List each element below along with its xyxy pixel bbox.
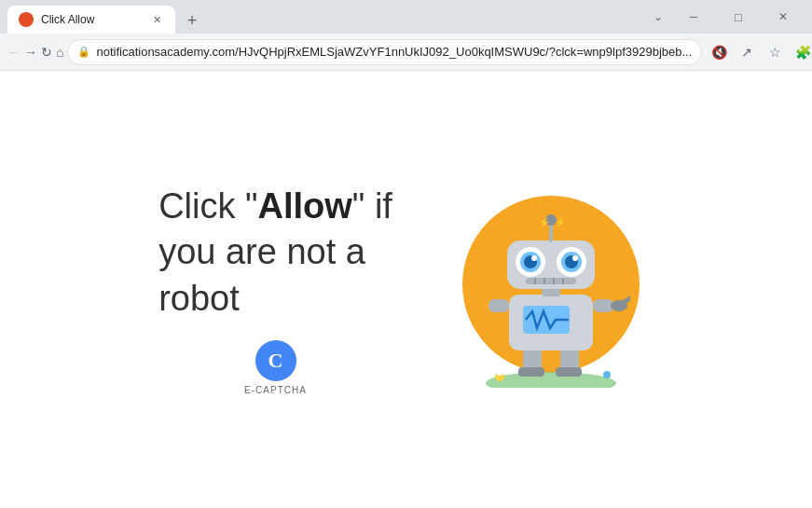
text-section: Click "Allow" ifyou are not arobot C E-C… [158,184,392,395]
new-tab-button[interactable]: + [179,7,205,34]
svg-rect-29 [526,278,576,284]
svg-point-3 [496,368,503,376]
address-bar[interactable]: 🔒 notificationsacademy.com/HJvQHpjRxEMLS… [67,39,702,65]
svg-point-28 [572,255,578,261]
tab-close-button[interactable]: ✕ [149,12,164,27]
tab-title: Click Allow [41,13,142,26]
minimize-button[interactable] [672,3,715,31]
home-button[interactable]: ⌂ [56,39,63,65]
reload-button[interactable]: ↻ [41,39,52,65]
mute-button[interactable]: 🔇 [706,39,732,65]
svg-point-4 [603,371,611,378]
robot-illustration: ⚡ ⚡ [448,186,654,391]
captcha-logo: C [255,340,296,381]
svg-text:⚡: ⚡ [555,216,567,228]
close-icon [778,10,788,23]
minimize-icon [690,10,698,23]
browser-toolbar: ← → ↻ ⌂ 🔒 notificationsacademy.com/HJvQH… [0,34,812,71]
lock-icon: 🔒 [77,46,90,58]
toolbar-actions: 🔇 ↗ ☆ 🧩 👤 ⋮ [706,39,812,65]
captcha-label: E-CAPTCHA [244,385,307,395]
window-controls [672,3,805,31]
svg-rect-11 [489,299,509,312]
page-content: Click "Allow" ifyou are not arobot C E-C… [0,71,812,508]
captcha-badge: C E-CAPTCHA [158,340,392,395]
svg-text:⚡: ⚡ [539,216,551,228]
active-tab[interactable]: Click Allow ✕ [7,6,175,34]
svg-point-1 [486,372,616,388]
maximize-button[interactable] [717,3,760,31]
close-button[interactable] [762,3,805,31]
svg-rect-12 [593,299,613,312]
chevron-down-icon: ⌄ [648,7,668,27]
browser-window: Click Allow ✕ + ⌄ ← → ↻ ⌂ 🔒 notification… [0,0,812,508]
allow-bold-text: Allow [258,186,352,226]
url-text: notificationsacademy.com/HJvQHpjRxEMLSja… [96,45,692,59]
share-button[interactable]: ↗ [734,39,760,65]
tab-bar: Click Allow ✕ + [7,0,648,34]
window-controls-left: ⌄ [648,7,668,27]
back-button[interactable]: ← [7,39,21,65]
forward-button[interactable]: → [24,39,37,65]
bookmark-button[interactable]: ☆ [762,39,788,65]
svg-point-24 [531,255,537,261]
svg-rect-7 [518,367,544,377]
extensions-button[interactable]: 🧩 [790,39,812,65]
titlebar: Click Allow ✕ + ⌄ [0,0,812,34]
svg-point-0 [21,15,31,24]
maximize-icon [735,10,742,24]
robot-svg: ⚡ ⚡ [472,201,630,391]
main-message: Click "Allow" ifyou are not arobot [158,184,392,322]
svg-rect-8 [556,367,582,377]
tab-favicon [19,12,34,27]
main-content-area: Click "Allow" ifyou are not arobot C E-C… [121,146,691,432]
